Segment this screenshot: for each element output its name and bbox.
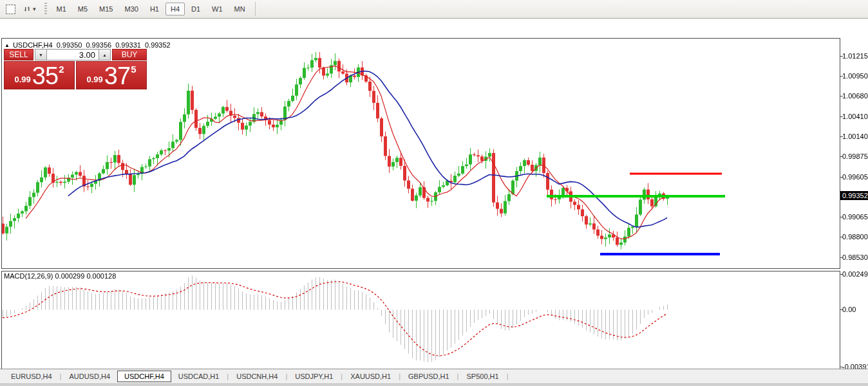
tab-usdcad-h1[interactable]: USDCAD,H1 [171,371,227,382]
dropdown-caret-icon[interactable]: ▾ [33,6,36,12]
volume-increase-button[interactable]: ▲ [99,49,111,60]
sell-price-display[interactable]: 0.99 35 2 [4,61,75,89]
collapse-panel-icon[interactable]: ▲ [5,42,10,48]
timeframe-button-m30[interactable]: M30 [120,3,144,15]
timeframe-button-w1[interactable]: W1 [207,3,228,15]
buy-price-base: 0.99 [87,75,103,84]
current-price-tag: 0.99352 [840,191,868,200]
price-axis-label: 0.98800 [842,233,868,241]
bottom-strip [0,383,868,386]
timeframe-button-m5[interactable]: M5 [73,3,93,15]
chart-ohlc-title: ▲ USDCHF,H4 0.99350 0.99356 0.99331 0.99… [5,41,171,49]
buy-price-sup: 5 [131,64,136,75]
chart-shift-icon[interactable] [3,2,18,16]
high-value: 0.99356 [86,41,111,49]
tab-sp500-h1[interactable]: SP500,H1 [459,371,505,382]
sell-price-big: 35 [32,63,58,89]
timeframe-bar: M1M5M15M30H1H4D1W1MN [51,3,251,15]
timeframe-button-d1[interactable]: D1 [186,3,205,15]
tab-usdchf-h4[interactable]: USDCHF,H4 [117,371,171,382]
low-value: 0.99331 [115,41,141,49]
timeframe-button-m1[interactable]: M1 [52,3,71,15]
timeframe-button-mn[interactable]: MN [229,3,250,15]
toolbar-separator [255,2,256,16]
top-toolbar: ▾ M1M5M15M30H1H4D1W1MN [0,0,868,19]
symbol-label: USDCHF,H4 [13,41,53,49]
price-axis-label: 0.99605 [842,173,868,181]
macd-axis-label: 0.00 [842,306,856,313]
close-value: 0.99352 [145,41,171,49]
sell-button[interactable]: SELL [4,49,33,60]
price-axis-label: 1.00950 [842,72,868,80]
price-axis-label: 0.99875 [842,152,868,160]
tab-eurusd-h4[interactable]: EURUSD,H4 [4,371,59,382]
arrange-charts-button[interactable]: ▾ [19,2,39,16]
timeframe-button-h4[interactable]: H4 [165,3,185,15]
buy-price-big: 37 [104,63,130,89]
open-value: 0.99350 [57,41,82,49]
sell-price-sup: 2 [59,64,64,75]
arrange-arrows-icon [22,4,32,14]
macd-axis-label: 0.002492 [842,270,868,278]
tab-usdcnh-h4[interactable]: USDCNH,H4 [229,371,285,382]
dashed-rect-icon [6,5,15,14]
macd-indicator-label: MACD(12,26,9) 0.000299 0.000128 [4,272,116,280]
tab-usdjpy-h1[interactable]: USDJPY,H1 [288,371,340,382]
tab-gbpusd-h1[interactable]: GBPUSD,H1 [401,371,457,382]
chart-tab-bar: EURUSD,H4|AUDUSD,H4USDCHF,H4USDCAD,H1|US… [0,369,868,383]
toolbar-grip-handle[interactable] [44,3,47,15]
tab-separator: | [506,372,509,380]
price-axis-label: 1.01215 [842,52,868,60]
tab-xauusd-h1[interactable]: XAUUSD,H1 [343,371,398,382]
timeframe-button-h1[interactable]: H1 [145,3,164,15]
volume-decrease-button[interactable]: ▼ [35,49,47,60]
tab-audusd-h4[interactable]: AUDUSD,H4 [62,371,117,382]
sell-price-base: 0.99 [15,75,31,84]
buy-button[interactable]: BUY [112,49,147,60]
price-axis-label: 1.00680 [842,92,868,100]
price-axis-label: 0.98530 [842,253,868,261]
trade-panel: SELL ▼ ▲ BUY 0.99 35 2 0.99 37 5 [4,49,147,89]
price-axis-label: 1.00140 [842,133,868,140]
volume-stepper: ▼ ▲ [35,49,111,60]
timeframe-button-m15[interactable]: M15 [94,3,118,15]
price-axis-label: 0.99065 [842,213,868,221]
buy-price-display[interactable]: 0.99 37 5 [76,61,147,89]
trading-terminal-window: ▾ M1M5M15M30H1H4D1W1MN ▲ USDCHF,H4 0.993… [0,0,868,386]
chart-workspace: ▲ USDCHF,H4 0.99350 0.99356 0.99331 0.99… [0,19,868,368]
volume-input[interactable] [47,49,99,60]
price-axis-label: 1.00410 [842,113,868,120]
